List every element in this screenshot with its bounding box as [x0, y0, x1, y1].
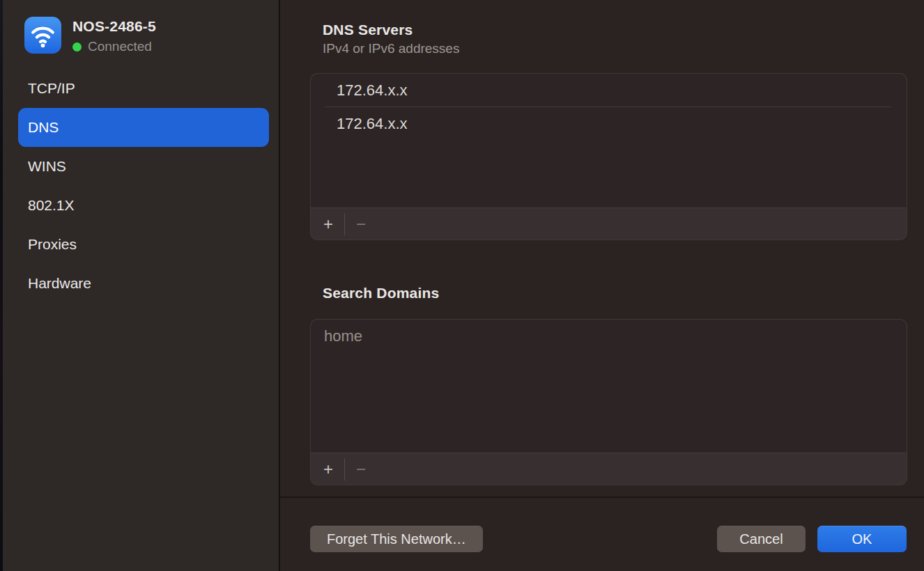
wifi-icon: [24, 17, 61, 54]
network-status-label: Connected: [88, 39, 152, 54]
network-name: NOS-2486-5: [72, 18, 156, 35]
forget-network-button[interactable]: Forget This Network…: [310, 526, 483, 552]
sidebar-item-proxies[interactable]: Proxies: [18, 225, 269, 264]
sidebar-item-tcpip[interactable]: TCP/IP: [18, 69, 269, 108]
toolbar-separator: [344, 458, 345, 480]
dns-settings-panel: DNS Servers IPv4 or IPv6 addresses 172.6…: [280, 0, 924, 571]
add-dns-server-button[interactable]: +: [316, 212, 340, 236]
settings-nav: TCP/IP DNS WINS 802.1X Proxies Hardware: [18, 69, 269, 303]
search-domains-list: home + −: [310, 319, 907, 485]
connected-status-dot-icon: [72, 42, 82, 52]
add-search-domain-button[interactable]: +: [316, 457, 340, 481]
search-domains-header: Search Domains: [323, 285, 439, 302]
sidebar-item-8021x[interactable]: 802.1X: [18, 186, 269, 225]
network-header: NOS-2486-5 Connected: [24, 17, 156, 54]
sidebar-item-wins[interactable]: WINS: [18, 147, 269, 186]
remove-search-domain-button[interactable]: −: [349, 457, 373, 481]
ok-button[interactable]: OK: [817, 526, 907, 552]
network-meta: NOS-2486-5 Connected: [72, 17, 156, 54]
search-domains-title: Search Domains: [323, 285, 439, 302]
action-bar: Forget This Network… Cancel OK: [310, 526, 907, 552]
dns-list-toolbar: + −: [311, 208, 907, 240]
network-status: Connected: [72, 39, 156, 54]
search-domains-toolbar: + −: [311, 453, 907, 485]
toolbar-separator: [344, 213, 345, 235]
cancel-button[interactable]: Cancel: [717, 526, 806, 552]
footer-divider: [280, 496, 924, 498]
dns-server-row[interactable]: 172.64.x.x: [311, 107, 907, 140]
search-domain-row[interactable]: home: [311, 320, 907, 352]
dns-servers-title: DNS Servers: [323, 22, 459, 38]
sidebar-item-dns[interactable]: DNS: [18, 108, 269, 147]
remove-dns-server-button[interactable]: −: [349, 212, 373, 236]
dns-server-row[interactable]: 172.64.x.x: [311, 74, 907, 107]
sidebar-item-hardware[interactable]: Hardware: [18, 264, 269, 303]
dns-servers-list: 172.64.x.x 172.64.x.x + −: [310, 73, 907, 240]
dns-servers-header: DNS Servers IPv4 or IPv6 addresses: [323, 22, 459, 56]
network-sidebar: NOS-2486-5 Connected TCP/IP DNS WINS 802…: [3, 0, 279, 571]
dns-servers-subtitle: IPv4 or IPv6 addresses: [323, 41, 459, 56]
